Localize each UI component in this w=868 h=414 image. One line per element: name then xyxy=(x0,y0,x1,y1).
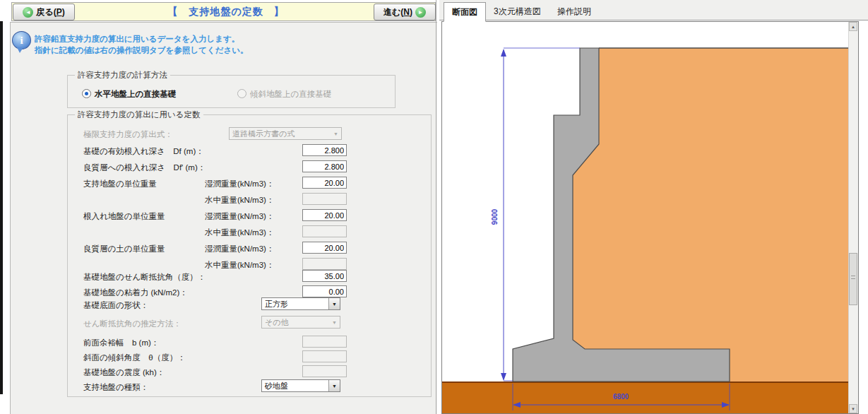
quality-wet-weight-label: 湿潤重量(kN/m3)： xyxy=(205,244,274,254)
shear-angle-input[interactable] xyxy=(302,270,347,282)
embedded-wet-weight-input[interactable] xyxy=(302,209,347,221)
df-prime-input[interactable] xyxy=(302,160,347,172)
info-icon-tail xyxy=(17,47,23,53)
forward-button[interactable]: 進む(N) ► xyxy=(374,4,436,20)
tab-cross-section[interactable]: 断面図 xyxy=(444,2,486,22)
constants-title: 許容支持力度の算出に用いる定数 xyxy=(75,110,203,120)
front-margin-label: 前面余裕幅 b (m)： xyxy=(83,338,159,348)
info-line-1: 許容鉛直支持力度の算出に用いるデータを入力します。 xyxy=(35,33,239,45)
quality-wet-weight-input[interactable] xyxy=(302,242,347,254)
tab-operation-guide[interactable]: 操作説明 xyxy=(549,2,599,20)
radio-horizontal-ground[interactable] xyxy=(82,89,91,98)
bearing-wet-weight-input[interactable] xyxy=(302,177,347,189)
ultimate-formula-select[interactable]: 道路橋示方書の式▼ xyxy=(229,127,342,140)
radio-horizontal-ground-label: 水平地盤上の直接基礎 xyxy=(95,89,176,100)
foundation-shape-label: 基礎底面の形状： xyxy=(83,300,148,311)
bearing-ground xyxy=(442,382,849,413)
embedded-submerged-weight-label: 水中重量(kN/m3)： xyxy=(205,227,274,238)
radio-inclined-ground[interactable] xyxy=(237,89,246,98)
front-margin-input[interactable] xyxy=(302,336,347,348)
df-input[interactable] xyxy=(302,144,347,156)
bearing-submerged-weight-label: 水中重量(kN/m3)： xyxy=(205,195,274,206)
app-window: ◄ 戻る(P) 【 支持地盤の定数 】 進む(N) ► i 許容鉛直支持力度の算… xyxy=(0,0,868,414)
vertical-scrollbar[interactable]: ▲ ▼ xyxy=(848,22,858,413)
seismic-coefficient-label: 基礎地盤の震度 (kh)： xyxy=(83,367,165,378)
bearing-submerged-weight-input[interactable] xyxy=(302,193,347,205)
chevron-down-icon: ▼ xyxy=(328,380,340,391)
backfill-soil xyxy=(573,48,849,382)
window-edge-strip xyxy=(0,21,3,394)
dim-arrow-up xyxy=(501,49,506,57)
ultimate-formula-label: 極限支持力度の算出式： xyxy=(83,129,173,140)
embedded-unit-weight-label: 根入れ地盤の単位重量 xyxy=(83,211,165,222)
soil-type-label: 支持地盤の種類： xyxy=(83,382,148,393)
tab-3d-structure[interactable]: 3次元構造図 xyxy=(486,2,549,20)
calc-method-title: 許容支持力度の計算方法 xyxy=(75,70,170,81)
cohesion-label: 基礎地盤の粘着力 (kN/m2)： xyxy=(83,288,188,298)
width-dimension-label: 6800 xyxy=(613,393,629,401)
soil-type-select[interactable]: 砂地盤▼ xyxy=(261,379,340,392)
quality-submerged-weight-input[interactable] xyxy=(302,258,347,270)
back-arrow-icon: ◄ xyxy=(23,7,33,18)
cohesion-input[interactable] xyxy=(302,285,347,297)
scroll-up-icon[interactable]: ▲ xyxy=(849,22,857,31)
seismic-coefficient-input[interactable] xyxy=(302,365,347,377)
cross-section-canvas: 9000 6800 ▲ ▼ xyxy=(441,21,859,414)
embedded-submerged-weight-input[interactable] xyxy=(302,225,347,237)
panel-splitter[interactable] xyxy=(436,0,436,414)
chevron-down-icon: ▼ xyxy=(331,128,341,139)
shear-estimation-label: せん断抵抗角の推定方法： xyxy=(83,319,182,329)
shear-angle-label: 基礎地盤のせん断抵抗角（度）： xyxy=(83,272,206,283)
page-title: 【 支持地盤の定数 】 xyxy=(99,6,353,18)
height-dimension-label: 9000 xyxy=(491,208,499,225)
embedded-wet-weight-label: 湿潤重量(kN/m3)： xyxy=(205,211,274,222)
back-button[interactable]: ◄ 戻る(P) xyxy=(13,4,75,20)
df-label: 基礎の有効根入れ深さ Df (m)： xyxy=(83,146,204,157)
chevron-down-icon: ▼ xyxy=(328,298,340,309)
info-line-2: 指針に記載の値は右の操作説明タブを参照してください。 xyxy=(35,45,249,56)
cross-section-drawing: 9000 6800 xyxy=(442,22,849,413)
df-prime-label: 良質層への根入れ深さ Df' (m)： xyxy=(83,162,206,173)
chevron-down-icon: ▼ xyxy=(329,317,340,328)
shear-estimation-select[interactable]: その他▼ xyxy=(261,316,340,329)
slope-angle-input[interactable] xyxy=(302,350,347,362)
bearing-wet-weight-label: 湿潤重量(kN/m3)： xyxy=(205,179,274,189)
forward-arrow-icon: ► xyxy=(415,7,426,18)
dim-arrow-down xyxy=(501,373,506,381)
bearing-unit-weight-label: 支持地盤の単位重量 xyxy=(83,179,157,189)
scrollbar-thumb[interactable] xyxy=(849,253,857,305)
scroll-down-icon[interactable]: ▼ xyxy=(849,404,857,413)
slope-angle-label: 斜面の傾斜角度 θ（度）： xyxy=(83,353,186,363)
quality-unit-weight-label: 良質層の土の単位重量 xyxy=(83,244,165,254)
radio-inclined-ground-label: 傾斜地盤上の直接基礎 xyxy=(250,89,331,100)
quality-submerged-weight-label: 水中重量(kN/m3)： xyxy=(205,260,274,271)
foundation-shape-select[interactable]: 正方形▼ xyxy=(261,297,340,310)
